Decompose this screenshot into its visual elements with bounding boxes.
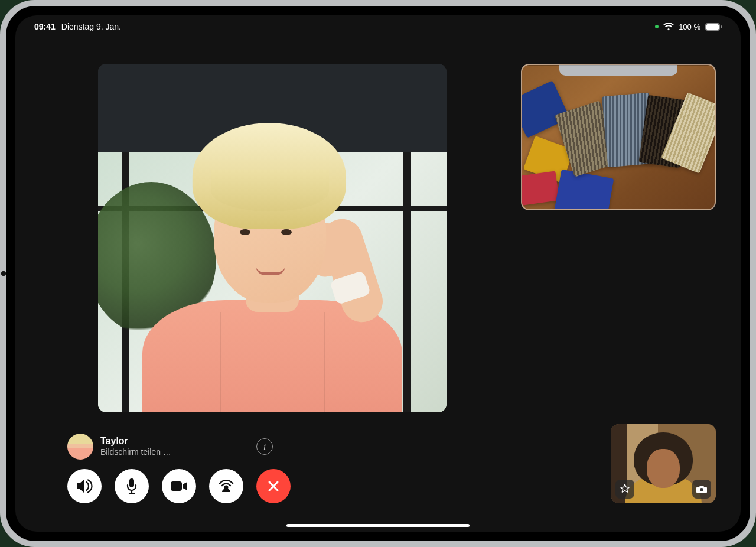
info-button[interactable]: i [256,438,273,455]
shareplay-button[interactable] [209,469,243,503]
svg-rect-2 [721,25,722,28]
capture-button[interactable] [692,480,711,499]
battery-icon [705,23,722,31]
remote-participant-video[interactable] [98,64,447,412]
shared-screen-thumbnail[interactable] [521,64,716,210]
device-bezel: 09:41 Dienstag 9. Jan. 100 % [6,6,750,541]
info-icon: i [263,442,266,452]
caller-info-row: Taylor Bildschirm teilen … [67,434,171,460]
svg-rect-6 [171,481,182,491]
home-indicator[interactable] [286,524,470,527]
svg-rect-3 [129,478,134,487]
effects-button[interactable] [615,480,634,499]
battery-percent: 100 % [679,22,700,31]
status-bar: 09:41 Dienstag 9. Jan. 100 % [15,15,741,38]
audio-route-button[interactable] [67,469,102,503]
call-controls [67,469,291,503]
status-date: Dienstag 9. Jan. [61,22,121,31]
svg-rect-1 [706,24,719,30]
camera-toggle-button[interactable] [162,469,196,503]
caller-avatar[interactable] [67,434,93,460]
caller-name: Taylor [100,435,171,447]
status-time: 09:41 [34,22,56,31]
mute-button[interactable] [115,469,149,503]
wifi-icon [663,23,674,31]
ipad-frame: 09:41 Dienstag 9. Jan. 100 % [0,0,756,547]
front-camera-dot [1,271,6,276]
facetime-screen: 09:41 Dienstag 9. Jan. 100 % [15,15,741,532]
svg-point-10 [700,488,703,491]
caller-subtitle: Bildschirm teilen … [100,447,171,458]
self-view-pip[interactable] [611,424,716,503]
end-call-button[interactable] [256,469,291,503]
privacy-indicator-dot [655,25,659,28]
